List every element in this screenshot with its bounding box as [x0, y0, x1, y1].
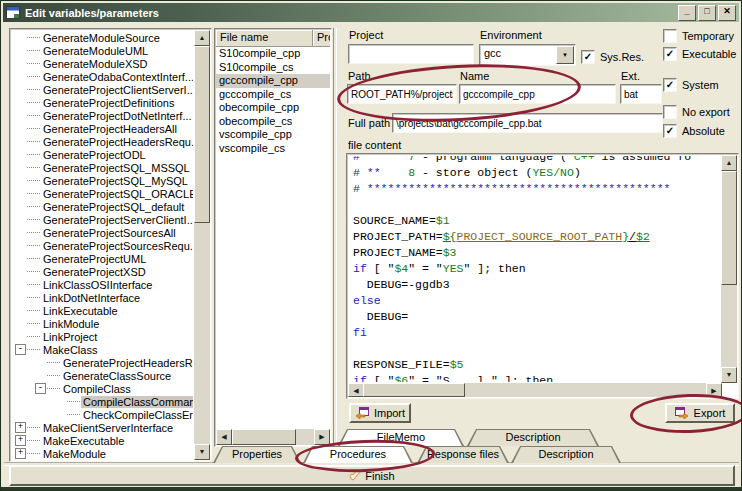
tree-item-label[interactable]: GenerateProjectSQL_ORACLE	[41, 188, 193, 200]
tree-item-label[interactable]: GenerateProjectHeadersR...	[61, 357, 193, 369]
tree-item-label[interactable]: GenerateProjectHeadersAll	[41, 123, 179, 135]
file-list-row[interactable]: obecompile_cpp	[216, 101, 330, 115]
title-bar[interactable]: Edit variables/parameters _ □ ✕	[3, 3, 739, 22]
tree-item[interactable]: +MakeClientServerInterface	[12, 421, 193, 434]
tree-item[interactable]: LinkExecutable	[12, 304, 193, 317]
tree-item-label[interactable]: GenerateModuleXSD	[41, 58, 150, 70]
tree-item-label[interactable]: GenerateProjectSourcesAll	[41, 227, 178, 239]
tree-item-label[interactable]: MakeClientServerInterface	[41, 422, 175, 434]
tree-item-label[interactable]: GenerateClassSource	[61, 370, 173, 382]
tree-item-label[interactable]: GenerateProjectClientServerI...	[41, 84, 193, 96]
procedure-tree[interactable]: GenerateModuleSourceGenerateModuleUMLGen…	[12, 31, 193, 459]
collapse-icon[interactable]: -	[35, 383, 46, 394]
tree-item-label[interactable]: GenerateProjectHeadersRequ...	[41, 136, 193, 148]
checkbox-no-export[interactable]: No export	[663, 105, 730, 119]
ext-input[interactable]	[620, 84, 662, 104]
tree-item-label[interactable]: GenerateProjectSQL_MSSQL	[41, 162, 192, 174]
tree-item-label[interactable]: GenerateProjectSQL_default	[41, 201, 186, 213]
scroll-down-icon[interactable]: ▼	[721, 367, 737, 383]
tree-item[interactable]: LinkDotNetInterface	[12, 291, 193, 304]
tab-properties[interactable]: Properties	[213, 446, 301, 463]
scrollbar-thumb[interactable]	[721, 171, 737, 285]
checkbox-box[interactable]: ✓	[663, 124, 677, 138]
file-list-header[interactable]: File name Pro	[216, 30, 330, 47]
tab-description[interactable]: Description	[511, 446, 621, 463]
tree-item-label[interactable]: GenerateProjectSourcesRequ...	[41, 240, 193, 252]
tree-item[interactable]: +MakeExecutable	[12, 434, 193, 447]
tab-response-files[interactable]: Response files	[417, 446, 509, 463]
checkbox-box[interactable]: ✓	[663, 47, 677, 61]
tree-item[interactable]: GenerateProjectUML	[12, 252, 193, 265]
scrollbar-thumb[interactable]	[363, 383, 465, 397]
file-list-row[interactable]: vscompile_cs	[216, 142, 330, 156]
expand-icon[interactable]: +	[15, 448, 26, 459]
tree-item-label[interactable]: GenerateProjectUML	[41, 253, 148, 265]
tree-item[interactable]: -CompileClass	[12, 382, 193, 395]
scroll-left-icon[interactable]: ◀	[216, 429, 232, 445]
tree-item-label[interactable]: GenerateProjectSQL_MySQL	[41, 175, 190, 187]
tree-item[interactable]: GenerateProjectSourcesAll	[12, 226, 193, 239]
tree-item-label[interactable]: GenerateProjectODL	[41, 149, 148, 161]
file-list[interactable]: S10compile_cppS10compile_csgcccompile_cp…	[216, 47, 330, 428]
tree-item-label[interactable]: CompileClass	[61, 383, 133, 395]
tree-item[interactable]: CompileClassCommand	[12, 395, 193, 408]
tree-item[interactable]: LinkProject	[12, 330, 193, 343]
tab-filememo[interactable]: FileMemo	[338, 429, 464, 446]
tree-item[interactable]: GenerateModuleXSD	[12, 57, 193, 70]
import-button[interactable]: Import	[349, 403, 411, 423]
tree-item-label[interactable]: GenerateOdabaContextInterf...	[41, 71, 193, 83]
tree-item-label[interactable]: CompileClassCommand	[81, 396, 193, 408]
tree-item[interactable]: CheckCompileClassError	[12, 408, 193, 421]
maximize-icon[interactable]: □	[698, 5, 716, 21]
tree-item[interactable]: GenerateProjectHeadersRequ...	[12, 135, 193, 148]
scroll-left-icon[interactable]: ◀	[348, 383, 364, 397]
checkbox-box[interactable]: ✓	[663, 78, 677, 92]
checkbox-box[interactable]	[663, 105, 677, 119]
scroll-up-icon[interactable]: ▲	[721, 155, 737, 171]
export-button[interactable]: Export	[665, 403, 735, 423]
code-vscrollbar[interactable]: ▲ ▼	[721, 155, 737, 383]
tree-item-label[interactable]: LinkDotNetInterface	[41, 292, 142, 304]
tree-item[interactable]: GenerateProjectSourcesRequ...	[12, 239, 193, 252]
file-list-hscrollbar[interactable]: ◀ ▶	[216, 429, 330, 445]
file-content-editor[interactable]: # ** 7 - programm language ( C++ is assu…	[346, 153, 739, 399]
expand-icon[interactable]: +	[15, 435, 26, 446]
tree-item[interactable]: GenerateProjectHeadersR...	[12, 356, 193, 369]
file-list-row[interactable]: S10compile_cs	[216, 61, 330, 75]
tree-item-label[interactable]: MakeClass	[41, 344, 99, 356]
tree-item[interactable]: GenerateProjectXSD	[12, 265, 193, 278]
checkbox-absolute[interactable]: ✓Absolute	[663, 124, 725, 138]
path-input[interactable]	[347, 84, 457, 104]
tree-item[interactable]: LinkClassOSIInterface	[12, 278, 193, 291]
tree-item[interactable]: GenerateProjectSQL_MSSQL	[12, 161, 193, 174]
code-hscrollbar[interactable]: ◀ ▶	[348, 383, 722, 397]
tree-item[interactable]: LinkModule	[12, 317, 193, 330]
tree-item[interactable]: GenerateProjectSQL_default	[12, 200, 193, 213]
name-input[interactable]	[459, 84, 616, 104]
tree-item[interactable]: GenerateModuleUML	[12, 44, 193, 57]
collapse-icon[interactable]: -	[15, 344, 26, 355]
tree-item[interactable]: GenerateProjectServerClientI...	[12, 213, 193, 226]
checkbox-executable[interactable]: ✓Executable	[663, 47, 736, 61]
tree-item-label[interactable]: LinkClassOSIInterface	[41, 279, 154, 291]
scroll-right-icon[interactable]: ▶	[314, 429, 330, 445]
tab-description[interactable]: Description	[467, 429, 599, 446]
tree-item-label[interactable]: LinkExecutable	[41, 305, 120, 317]
tree-scrollbar[interactable]: ▲ ▼	[194, 30, 210, 460]
scroll-up-icon[interactable]: ▲	[194, 30, 210, 46]
tree-item-label[interactable]: GenerateProjectDefinitions	[41, 97, 176, 109]
tree-item[interactable]: GenerateModuleSource	[12, 31, 193, 44]
tree-item-label[interactable]: LinkModule	[41, 318, 101, 330]
tree-item[interactable]: GenerateProjectHeadersAll	[12, 122, 193, 135]
tree-item[interactable]: +MakeModule	[12, 447, 193, 459]
file-list-row[interactable]: S10compile_cpp	[216, 47, 330, 61]
tab-procedures[interactable]: Procedures	[303, 446, 413, 463]
chevron-down-icon[interactable]: ▼	[556, 46, 574, 64]
code-text[interactable]: # ** 7 - programm language ( C++ is assu…	[349, 156, 720, 382]
checkbox-box[interactable]: ✓	[581, 50, 595, 64]
tree-item[interactable]: GenerateProjectSQL_MySQL	[12, 174, 193, 187]
tree-item[interactable]: -MakeClass	[12, 343, 193, 356]
minimize-icon[interactable]: _	[678, 5, 696, 21]
tree-item-label[interactable]: MakeExecutable	[41, 435, 126, 447]
scroll-right-icon[interactable]: ▶	[706, 383, 722, 397]
